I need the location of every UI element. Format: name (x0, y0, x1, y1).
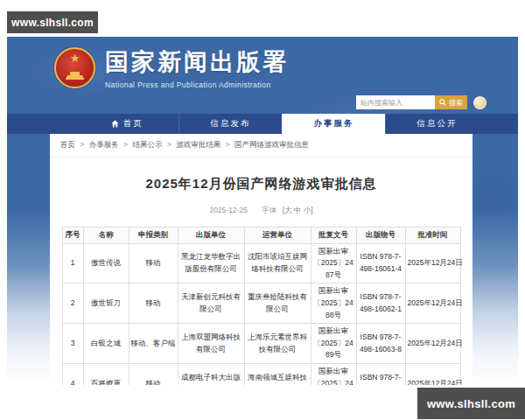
cell-publisher: 天津新创元科技有限公司 (178, 284, 244, 324)
table-row: 1 傲世传说 移动 黑龙江龙华数字出版股份有限公司 沈阳市琥珀互娱网络科技有限公… (62, 243, 460, 284)
screenshot-canvas: ★ 国家新闻出版署 National Press and Publication… (0, 0, 525, 420)
accessibility-icon[interactable] (473, 96, 486, 109)
article-meta: 2025-12-25 字体 [大 中 小] (50, 206, 472, 216)
col-header-publisher: 出版单位 (178, 228, 244, 244)
cell-operator: 沈阳市琥珀互娱网络科技有限公司 (244, 243, 311, 284)
cell-game-name: 傲世传说 (83, 243, 129, 284)
search-button[interactable]: 搜索 (435, 95, 467, 109)
cell-seq: 1 (62, 243, 83, 284)
watermark-top-left: www.slhsll.com (7, 11, 98, 33)
nav-item-services[interactable]: 办事服务 (282, 114, 385, 134)
webpage-background: ★ 国家新闻出版署 National Press and Publication… (7, 37, 518, 385)
breadcrumb-separator: > (80, 140, 84, 149)
cell-isbn: ISBN 978-7-498-16061-4 (356, 243, 405, 284)
search-icon (439, 99, 446, 106)
cell-operator: 上海乐元素世界科技有限公司 (244, 324, 311, 364)
page-title: 2025年12月份国产网络游戏审批信息 (50, 176, 472, 192)
col-header-isbn: 出版物号 (356, 228, 405, 244)
cell-category: 移动 (129, 243, 178, 284)
cell-operator: 海南领城互娱科技有限公司 (244, 363, 311, 385)
breadcrumb-item-game-approval[interactable]: 游戏审批结果 (176, 140, 220, 149)
col-header-approval-no: 批复文号 (311, 228, 356, 244)
cell-game-name: 百将燎原 (83, 363, 129, 385)
approval-table: 序号 名称 申报类别 出版单位 运营单位 批复文号 出版物号 批准时间 1 傲世… (62, 227, 461, 385)
col-header-approval-date: 批准时间 (405, 228, 460, 244)
cell-seq: 4 (62, 363, 83, 385)
breadcrumb-separator: > (167, 140, 172, 149)
cell-isbn: ISBN 978-7-498-16062-1 (356, 284, 405, 324)
cell-isbn: ISBN 978-7-498-16064-5 (356, 363, 405, 385)
cell-seq: 3 (62, 324, 83, 364)
breadcrumb: 首页 > 办事服务 > 结果公示 > 游戏审批结果 > 国产网络游戏审批信息 (50, 134, 472, 158)
breadcrumb-separator: > (226, 140, 230, 149)
cell-seq: 2 (62, 284, 83, 324)
breadcrumb-item-home[interactable]: 首页 (60, 140, 75, 149)
site-banner: ★ 国家新闻出版署 National Press and Publication… (7, 37, 518, 114)
table-row: 2 傲世斩刀 移动 天津新创元科技有限公司 重庆叁拾陆科技有限公司 国新出审〔2… (62, 284, 460, 324)
cell-isbn: ISBN 978-7-498-16063-8 (356, 324, 405, 364)
national-emblem-icon: ★ (54, 47, 95, 88)
table-row: 3 白银之城 移动、客户端 上海双盟网络科技有限公司 上海乐元素世界科技有限公司… (62, 324, 460, 364)
breadcrumb-item-current[interactable]: 国产网络游戏审批信息 (234, 140, 309, 149)
table-row: 4 百将燎原 移动 成都电子科大出版社有限责任公司 海南领城互娱科技有限公司 国… (62, 363, 460, 385)
breadcrumb-separator: > (123, 140, 128, 149)
breadcrumb-item-results[interactable]: 结果公示 (132, 140, 162, 149)
content-card: 首页 > 办事服务 > 结果公示 > 游戏审批结果 > 国产网络游戏审批信息 2… (50, 134, 472, 385)
cell-approval-date: 2025年12月24日 (405, 284, 460, 324)
cell-publisher: 成都电子科大出版社有限责任公司 (178, 363, 244, 385)
col-header-category: 申报类别 (129, 228, 178, 244)
nav-item-info-disclosure[interactable]: 信息公开 (385, 114, 488, 134)
nav-label-info-release: 信息发布 (211, 118, 251, 130)
search-input[interactable] (356, 95, 435, 109)
nav-label-home: 首页 (123, 118, 144, 130)
cell-approval-date: 2025年12月24日 (405, 243, 460, 284)
font-size-switcher[interactable]: [大 中 小] (283, 206, 313, 214)
col-header-name: 名称 (83, 228, 129, 244)
site-name-english: National Press and Publication Administr… (105, 80, 289, 89)
cell-approval-date: 2025年12月24日 (405, 363, 460, 385)
nav-item-home[interactable]: 首页 (75, 114, 178, 134)
font-size-label: 字体 (262, 206, 276, 214)
site-name: 国家新闻出版署 (105, 46, 289, 78)
cell-game-name: 傲世斩刀 (83, 284, 129, 324)
site-brand: ★ 国家新闻出版署 National Press and Publication… (54, 46, 289, 89)
cell-approval-no: 国新出审〔2025〕2488号 (311, 284, 356, 324)
cell-approval-no: 国新出审〔2025〕2490号 (311, 363, 356, 385)
cell-approval-no: 国新出审〔2025〕2489号 (311, 324, 356, 364)
site-titles: 国家新闻出版署 National Press and Publication A… (105, 46, 289, 89)
cell-approval-no: 国新出审〔2025〕2487号 (311, 243, 356, 284)
cell-category: 移动 (129, 284, 178, 324)
cell-publisher: 上海双盟网络科技有限公司 (178, 324, 244, 364)
cell-category: 移动、客户端 (129, 324, 178, 364)
col-header-operator: 运营单位 (244, 228, 311, 244)
cell-approval-date: 2025年12月24日 (405, 324, 460, 364)
nav-item-info-release[interactable]: 信息发布 (178, 114, 282, 134)
main-navbar: 首页 信息发布 办事服务 信息公开 (7, 114, 518, 134)
publish-date: 2025-12-25 (209, 206, 247, 214)
search-button-label: 搜索 (449, 98, 463, 108)
cell-game-name: 白银之城 (83, 324, 129, 364)
nav-label-services: 办事服务 (314, 118, 354, 130)
breadcrumb-item-services[interactable]: 办事服务 (89, 140, 119, 149)
cell-category: 移动 (129, 363, 178, 385)
cell-publisher: 黑龙江龙华数字出版股份有限公司 (178, 243, 244, 284)
home-icon (111, 120, 119, 128)
watermark-bottom-right: www.slhsll.com (417, 388, 525, 419)
table-header-row: 序号 名称 申报类别 出版单位 运营单位 批复文号 出版物号 批准时间 (62, 228, 460, 244)
search-area: 搜索 (356, 95, 486, 109)
col-header-seq: 序号 (62, 228, 83, 244)
cell-operator: 重庆叁拾陆科技有限公司 (244, 284, 311, 324)
nav-label-info-disclosure: 信息公开 (417, 118, 458, 130)
